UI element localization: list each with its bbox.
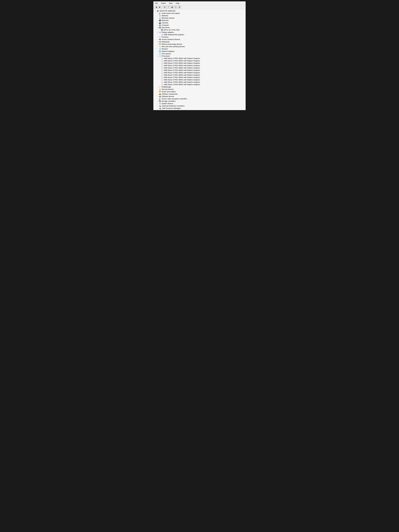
- item-icon-cpu6: ⬜: [161, 69, 163, 71]
- tree-item-cpu3[interactable]: ⬜AMD Ryzen 5 PRO 4650U with Radeon Graph…: [153, 62, 246, 64]
- tree-item-smartcard[interactable]: ›💳Smart card readers: [153, 90, 246, 93]
- item-icon-hid: 🎮: [159, 38, 161, 40]
- expand-icon-cpu9: [159, 76, 161, 78]
- tree-item-network[interactable]: ›🌐Network adapters: [153, 50, 246, 52]
- expand-icon-cpu1: [159, 57, 161, 59]
- expand-icon-cpu7: [159, 72, 161, 74]
- item-label-monitors: Monitors: [162, 48, 168, 50]
- item-icon-monitors: 🖥: [159, 48, 161, 50]
- tree-item-cpu2[interactable]: ⬜AMD Ryzen 5 PRO 4650U with Radeon Graph…: [153, 60, 246, 62]
- tree-item-processors[interactable]: ∨⬜Processors: [153, 55, 246, 57]
- tree-item-keyboards[interactable]: ›⌨Keyboards: [153, 41, 246, 43]
- item-label-cpu8: AMD Ryzen 5 PRO 4650U with Radeon Graphi…: [164, 74, 200, 76]
- item-icon-displayadapters: 🖥: [159, 31, 161, 33]
- tree-item-bluetooth[interactable]: ›🔵Bluetooth: [153, 19, 246, 22]
- item-label-security: Security devices: [162, 89, 174, 90]
- forward-button[interactable]: ▶: [158, 6, 161, 9]
- menu-file[interactable]: File: [154, 2, 158, 5]
- item-label-cpu5: AMD Ryzen 5 PRO 4650U with Radeon Graphi…: [164, 67, 200, 69]
- tree-item-displayadapters[interactable]: ∨🖥Display adapters: [153, 31, 246, 33]
- tree-item-monitors[interactable]: ›🖥Monitors: [153, 48, 246, 50]
- tree-item-print[interactable]: ›🖨Print queues: [153, 52, 246, 55]
- item-label-cpu11: AMD Ryzen 5 PRO 4650U with Radeon Graphi…: [164, 81, 200, 83]
- tree-item-cpu9[interactable]: ⬜AMD Ryzen 5 PRO 4650U with Radeon Graph…: [153, 76, 246, 79]
- tree-item-cpu7[interactable]: ⬜AMD Ryzen 5 PRO 4650U with Radeon Graph…: [153, 71, 246, 74]
- item-icon-softwaredevices: 📦: [159, 95, 161, 97]
- expand-icon-spcc: [159, 29, 161, 31]
- tree-item-storage[interactable]: ›💾Storage controllers: [153, 100, 246, 102]
- tree-item-cameras[interactable]: ›📷Cameras: [153, 22, 246, 24]
- item-icon-cpu2: ⬜: [161, 60, 163, 62]
- tree-item-usb[interactable]: ›🔌Universal Serial Bus controllers: [153, 105, 246, 107]
- root-node[interactable]: ∨ 💻 DESKTOP-J6MGC8C: [153, 10, 246, 12]
- item-label-cpu6: AMD Ryzen 5 PRO 4650U with Radeon Graphi…: [164, 70, 200, 71]
- tree-item-diskdrives[interactable]: ∨💾Disk drives: [153, 26, 246, 29]
- item-icon-firmware: 📋: [159, 36, 161, 38]
- root-label: DESKTOP-J6MGC8C: [159, 10, 176, 12]
- item-label-network: Network adapters: [162, 51, 175, 52]
- item-label-firmware: Firmware: [162, 36, 169, 38]
- tree-item-cpu1[interactable]: ⬜AMD Ryzen 5 PRO 4650U with Radeon Graph…: [153, 57, 246, 60]
- tree-item-softwarecomponents[interactable]: ›📦Software components: [153, 93, 246, 95]
- tree-item-mice[interactable]: ›🖱Mice and other pointing devices: [153, 45, 246, 48]
- help-icon-btn[interactable]: ?: [167, 6, 170, 9]
- tree-item-spcc[interactable]: 💾SPCC M.2 PCIe SSD: [153, 29, 246, 31]
- expand-icon-security: ›: [157, 88, 159, 90]
- item-label-hid: Human Interface Devices: [162, 38, 180, 40]
- item-icon-system: 🖥: [159, 102, 161, 105]
- tree-item-cpu10[interactable]: ⬜AMD Ryzen 5 PRO 4650U with Radeon Graph…: [153, 79, 246, 81]
- expand-icon-cpu6: [159, 69, 161, 71]
- tree-item-amdradeon[interactable]: 🖥AMD Radeon(TM) Graphics: [153, 33, 246, 36]
- tree-item-cpu5[interactable]: ⬜AMD Ryzen 5 PRO 4650U with Radeon Graph…: [153, 67, 246, 69]
- tree-item-sound[interactable]: ›🔊Sound, video and game controllers: [153, 98, 246, 100]
- item-icon-bluetooth: 🔵: [159, 19, 161, 21]
- item-icon-cpu1: ⬜: [161, 57, 163, 59]
- back-button[interactable]: ◀: [154, 6, 158, 9]
- expand-icon-cpu4: [159, 64, 161, 67]
- tree-item-firmware[interactable]: ›📋Firmware: [153, 36, 246, 38]
- tree-item-audio[interactable]: ›🔊Audio inputs and outputs: [153, 12, 246, 14]
- tree-item-batteries[interactable]: ›🔋Batteries: [153, 14, 246, 17]
- item-label-usb: Universal Serial Bus controllers: [162, 105, 185, 107]
- item-icon-keyboards: ⌨: [159, 41, 161, 43]
- tree-item-usbconn[interactable]: ›🔌USB Connector Managers: [153, 107, 246, 109]
- tree-item-cpu6[interactable]: ⬜AMD Ryzen 5 PRO 4650U with Radeon Graph…: [153, 69, 246, 71]
- item-label-sound: Sound, video and game controllers: [162, 98, 187, 100]
- tree-item-cpu11[interactable]: ⬜AMD Ryzen 5 PRO 4650U with Radeon Graph…: [153, 81, 246, 83]
- menu-view[interactable]: View: [168, 2, 173, 5]
- tree-item-realmanage[interactable]: ›📁RealManage: [153, 86, 246, 88]
- grid-icon-btn[interactable]: ▦: [171, 6, 174, 9]
- toolbar: ◀ ▶ 🖥 ? ▦ ⟳ 🖥: [153, 5, 246, 9]
- item-label-memory: Memory technology devices: [162, 43, 182, 45]
- expand-icon-biometric: ›: [157, 17, 159, 19]
- tree-item-hid[interactable]: ›🎮Human Interface Devices: [153, 38, 246, 41]
- expand-icon-cpu2: [159, 60, 161, 62]
- item-label-cpu7: AMD Ryzen 5 PRO 4650U with Radeon Graphi…: [164, 72, 200, 74]
- tree-item-system[interactable]: ›🖥System devices: [153, 102, 246, 105]
- item-icon-usbconn: 🔌: [159, 107, 161, 109]
- tree-item-cpu12[interactable]: ⬜AMD Ryzen 5 PRO 4650U with Radeon Graph…: [153, 83, 246, 86]
- expand-icon-firmware: ›: [157, 36, 159, 38]
- monitor-icon-btn[interactable]: 🖥: [178, 6, 181, 9]
- tree-item-softwaredevices[interactable]: ›📦Software devices: [153, 95, 246, 98]
- computer-icon: 💻: [157, 10, 159, 12]
- menu-action[interactable]: Action: [160, 2, 166, 5]
- expand-icon-diskdrives: ∨: [157, 26, 159, 29]
- item-icon-memory: 💳: [159, 43, 161, 45]
- refresh-button[interactable]: ⟳: [174, 6, 177, 9]
- item-label-amdradeon: AMD Radeon(TM) Graphics: [164, 34, 184, 36]
- root-expand-icon: ∨: [154, 10, 157, 12]
- item-label-computer: Computer: [162, 24, 169, 26]
- item-label-cpu10: AMD Ryzen 5 PRO 4650U with Radeon Graphi…: [164, 79, 200, 81]
- tree-item-cpu4[interactable]: ⬜AMD Ryzen 5 PRO 4650U with Radeon Graph…: [153, 64, 246, 67]
- computer-icon-btn[interactable]: 🖥: [163, 6, 166, 9]
- tree-item-cpu8[interactable]: ⬜AMD Ryzen 5 PRO 4650U with Radeon Graph…: [153, 74, 246, 76]
- item-label-keyboards: Keyboards: [162, 41, 170, 43]
- tree-item-computer[interactable]: ›💻Computer: [153, 24, 246, 26]
- menu-help[interactable]: Help: [175, 2, 180, 5]
- item-label-system: System devices: [162, 103, 173, 105]
- tree-item-biometric[interactable]: ›🔒Biometric devices: [153, 17, 246, 19]
- item-label-diskdrives: Disk drives: [162, 27, 170, 29]
- tree-item-security[interactable]: ›🔒Security devices: [153, 88, 246, 90]
- tree-item-memory[interactable]: ›💳Memory technology devices: [153, 43, 246, 45]
